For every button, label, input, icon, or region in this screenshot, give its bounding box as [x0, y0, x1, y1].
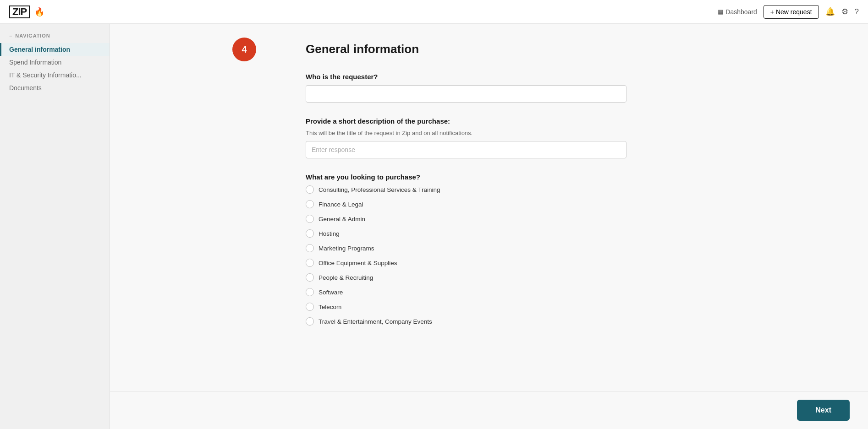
form-wrapper: General information Who is the requester…	[306, 42, 626, 340]
header-icons: 🔔 ⚙ ?	[825, 7, 859, 16]
dashboard-link[interactable]: ▦ Dashboard	[718, 8, 757, 16]
top-header: ZIP 🔥 ▦ Dashboard + New request 🔔 ⚙ ?	[0, 0, 868, 24]
radio-item[interactable]: General & Admin	[306, 215, 626, 223]
radio-item[interactable]: People & Recruiting	[306, 273, 626, 282]
nav-heading: ≡ NAVIGATION	[0, 33, 110, 43]
radio-label: General & Admin	[319, 216, 365, 223]
bottom-bar: Next	[110, 391, 868, 429]
radio-circle	[306, 288, 314, 296]
sidebar-item-general-information[interactable]: General information	[0, 43, 110, 56]
radio-label: Marketing Programs	[319, 245, 374, 252]
sidebar-item-documents[interactable]: Documents	[0, 81, 110, 94]
purchase-radio-group: Consulting, Professional Services & Trai…	[306, 185, 626, 326]
requester-label: Who is the requester?	[306, 73, 626, 81]
flame-icon: 🔥	[34, 7, 44, 17]
radio-label: Telecom	[319, 304, 341, 310]
radio-circle	[306, 273, 314, 282]
purchase-label: What are you looking to purchase?	[306, 173, 626, 181]
radio-item[interactable]: Software	[306, 288, 626, 296]
radio-circle	[306, 200, 314, 208]
description-input[interactable]	[306, 141, 626, 158]
description-sublabel: This will be the title of the request in…	[306, 130, 626, 136]
next-button[interactable]: Next	[797, 400, 850, 421]
radio-item[interactable]: Hosting	[306, 229, 626, 238]
page-title: General information	[306, 42, 626, 56]
requester-field-group: Who is the requester?	[306, 73, 626, 103]
radio-item[interactable]: Telecom	[306, 303, 626, 311]
description-field-group: Provide a short description of the purch…	[306, 117, 626, 158]
radio-label: People & Recruiting	[319, 274, 373, 281]
radio-item[interactable]: Finance & Legal	[306, 200, 626, 208]
radio-circle	[306, 215, 314, 223]
radio-circle	[306, 259, 314, 267]
radio-item[interactable]: Travel & Entertainment, Company Events	[306, 317, 626, 326]
main-layout: ≡ NAVIGATION General information Spend I…	[0, 24, 868, 429]
radio-item[interactable]: Office Equipment & Supplies	[306, 259, 626, 267]
radio-item[interactable]: Consulting, Professional Services & Trai…	[306, 185, 626, 194]
new-request-button[interactable]: + New request	[764, 5, 819, 19]
sidebar-item-spend-information[interactable]: Spend Information	[0, 56, 110, 69]
radio-label: Hosting	[319, 230, 340, 237]
radio-label: Consulting, Professional Services & Trai…	[319, 186, 440, 193]
radio-circle	[306, 244, 314, 252]
calendar-icon: ▦	[718, 8, 723, 15]
radio-circle	[306, 229, 314, 238]
notifications-icon[interactable]: 🔔	[825, 7, 835, 16]
radio-item[interactable]: Marketing Programs	[306, 244, 626, 252]
content-inner: 4 General information Who is the request…	[237, 24, 741, 386]
radio-circle	[306, 317, 314, 326]
zip-logo: ZIP	[9, 5, 30, 18]
radio-circle	[306, 185, 314, 194]
help-icon[interactable]: ?	[855, 7, 859, 16]
sidebar: ≡ NAVIGATION General information Spend I…	[0, 24, 110, 429]
header-right: ▦ Dashboard + New request 🔔 ⚙ ?	[718, 5, 859, 19]
purchase-field-group: What are you looking to purchase? Consul…	[306, 173, 626, 326]
settings-icon[interactable]: ⚙	[841, 7, 848, 16]
hamburger-icon: ≡	[9, 33, 12, 38]
sidebar-item-it-security[interactable]: IT & Security Informatio...	[0, 69, 110, 81]
radio-label: Travel & Entertainment, Company Events	[319, 318, 432, 325]
radio-label: Office Equipment & Supplies	[319, 260, 397, 266]
description-label: Provide a short description of the purch…	[306, 117, 626, 125]
radio-label: Finance & Legal	[319, 201, 363, 208]
requester-input[interactable]	[306, 85, 626, 103]
dashboard-label: Dashboard	[725, 8, 757, 16]
radio-circle	[306, 303, 314, 311]
radio-label: Software	[319, 289, 343, 296]
step-badge: 4	[232, 38, 256, 61]
header-left: ZIP 🔥	[9, 5, 44, 18]
content-area: 4 General information Who is the request…	[110, 24, 868, 429]
